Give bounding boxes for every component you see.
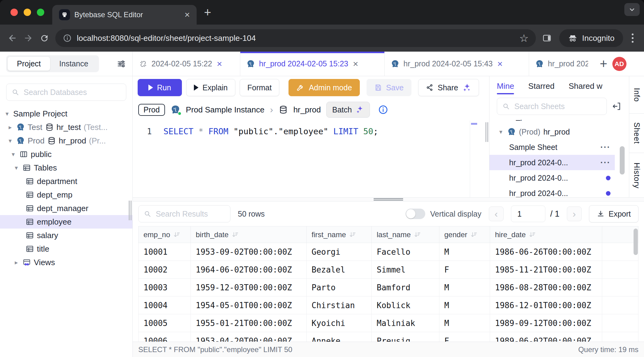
caret-down-icon[interactable]: ▾ bbox=[497, 128, 504, 135]
divider-grip-icon[interactable] bbox=[374, 198, 403, 201]
editor-minimap[interactable] bbox=[470, 120, 478, 197]
table-row[interactable]: 100031959-12-03T00:00:00ZPartoBamfordM19… bbox=[139, 279, 638, 296]
column-header-birth_date[interactable]: birth_date bbox=[191, 226, 307, 243]
results-search-box[interactable] bbox=[138, 205, 230, 222]
cell-hire_date[interactable]: 1989-06-02T00:00:00Z bbox=[490, 332, 602, 342]
cell-first_name[interactable]: Parto bbox=[307, 279, 372, 296]
vertical-display-toggle[interactable] bbox=[406, 209, 425, 219]
address-bar[interactable]: localhost:8080/sql-editor/sheet/project-… bbox=[55, 29, 536, 47]
cell-emp_no[interactable]: 10004 bbox=[139, 296, 191, 314]
tree-item-employee[interactable]: employee bbox=[0, 215, 132, 229]
next-page-button[interactable]: › bbox=[567, 206, 582, 221]
cell-birth_date[interactable]: 1964-06-02T00:00:00Z bbox=[191, 261, 307, 279]
table-row[interactable]: 100041954-05-01T00:00:00ZChirstianKoblic… bbox=[139, 296, 638, 314]
cell-hire_date[interactable]: 1986-12-01T00:00:00Z bbox=[490, 296, 602, 314]
caret-right-icon[interactable]: ▸ bbox=[13, 259, 20, 266]
cell-birth_date[interactable]: 1959-12-03T00:00:00Z bbox=[191, 279, 307, 296]
close-icon[interactable]: × bbox=[497, 59, 503, 69]
cell-gender[interactable]: M bbox=[439, 243, 490, 261]
run-button[interactable]: Run bbox=[138, 79, 182, 96]
cell-emp_no[interactable]: 10003 bbox=[139, 279, 191, 296]
table-row[interactable]: 100011953-09-02T00:00:00ZGeorgiFacelloM1… bbox=[139, 243, 638, 261]
sort-icon[interactable] bbox=[232, 231, 239, 238]
new-browser-tab-button[interactable]: + bbox=[204, 6, 211, 18]
tab-search-chevron-button[interactable] bbox=[624, 3, 640, 16]
sheet-item[interactable]: Sample Sheet··· bbox=[489, 139, 615, 155]
editor-panel-resize-handle[interactable] bbox=[485, 122, 488, 142]
table-row[interactable]: 100021964-06-02T00:00:00ZBezalelSimmelF1… bbox=[139, 261, 638, 279]
search-databases-input[interactable] bbox=[23, 88, 121, 97]
info-circle-icon[interactable] bbox=[378, 104, 388, 115]
side-panel-icon[interactable] bbox=[539, 30, 555, 46]
cell-emp_no[interactable]: 10001 bbox=[139, 243, 191, 261]
table-scrollbar[interactable] bbox=[634, 229, 638, 255]
caret-down-icon[interactable]: ▾ bbox=[7, 137, 14, 144]
caret-down-icon[interactable]: ▾ bbox=[10, 151, 17, 158]
cell-first_name[interactable]: Anneke bbox=[307, 332, 372, 342]
sidebar-resize-handle[interactable] bbox=[129, 201, 132, 220]
tree-item-hr-prod[interactable]: ▾Prodhr_prod(Pr... bbox=[0, 134, 132, 147]
cell-birth_date[interactable]: 1953-09-02T00:00:00Z bbox=[191, 243, 307, 261]
cell-first_name[interactable]: Kyoichi bbox=[307, 314, 372, 332]
cell-first_name[interactable]: Georgi bbox=[307, 243, 372, 261]
cell-last_name[interactable]: Bamford bbox=[372, 279, 439, 296]
cell-gender[interactable]: M bbox=[439, 296, 490, 314]
new-worksheet-button[interactable]: + bbox=[600, 57, 607, 70]
cell-first_name[interactable]: Bezalel bbox=[307, 261, 372, 279]
column-header-emp_no[interactable]: emp_no bbox=[139, 226, 191, 243]
tree-item-salary[interactable]: salary bbox=[0, 229, 132, 242]
cell-last_name[interactable]: Maliniak bbox=[372, 314, 439, 332]
browser-tab[interactable]: Bytebase SQL Editor × bbox=[52, 5, 197, 25]
sheets-tab-shared-w[interactable]: Shared w bbox=[569, 76, 603, 96]
database-search-box[interactable] bbox=[6, 84, 126, 101]
collapse-panel-icon[interactable] bbox=[612, 101, 622, 111]
database-name[interactable]: hr_prod bbox=[293, 105, 321, 115]
sheet-menu-icon[interactable]: ··· bbox=[600, 158, 611, 167]
sheets-tab-starred[interactable]: Starred bbox=[528, 76, 554, 96]
back-icon[interactable] bbox=[4, 30, 20, 46]
cell-last_name[interactable]: Koblick bbox=[372, 296, 439, 314]
tab-instance[interactable]: Instance bbox=[50, 57, 98, 71]
caret-down-icon[interactable]: ▾ bbox=[4, 110, 10, 117]
tree-item-tables[interactable]: ▾Tables bbox=[0, 161, 132, 175]
sort-icon[interactable] bbox=[349, 231, 356, 238]
sheet-item[interactable]: hr_prod 2024-0... bbox=[489, 170, 615, 186]
sheet-list-scrollbar[interactable] bbox=[620, 146, 625, 175]
cell-hire_date[interactable]: 1985-11-21T00:00:00Z bbox=[490, 261, 602, 279]
sheet-item[interactable]: hr_prod 2024-0... bbox=[489, 186, 615, 197]
cell-last_name[interactable]: Simmel bbox=[372, 261, 439, 279]
site-info-icon[interactable] bbox=[63, 33, 72, 43]
table-row[interactable]: 100061953-04-20T00:00:00ZAnnekePreusigF1… bbox=[139, 332, 638, 342]
worksheet-tab[interactable]: hr_prod 2024-0 bbox=[529, 52, 594, 76]
close-icon[interactable]: × bbox=[217, 59, 222, 69]
cell-hire_date[interactable]: 1986-08-28T00:00:00Z bbox=[490, 279, 602, 296]
prev-page-button[interactable]: ‹ bbox=[489, 206, 504, 221]
cell-emp_no[interactable]: 10005 bbox=[139, 314, 191, 332]
caret-down-icon[interactable]: ▾ bbox=[13, 164, 20, 171]
sql-code-area[interactable]: 1 SELECT * FROM "public"."employee" LIMI… bbox=[133, 120, 489, 197]
tree-item-title[interactable]: title bbox=[0, 242, 132, 256]
close-window-button[interactable] bbox=[10, 9, 18, 16]
column-header-gender[interactable]: gender bbox=[439, 226, 490, 243]
format-button[interactable]: Format bbox=[240, 79, 279, 96]
rail-tab-sheet[interactable]: Sheet bbox=[629, 114, 644, 153]
cell-first_name[interactable]: Chirstian bbox=[307, 296, 372, 314]
maximize-window-button[interactable] bbox=[37, 9, 44, 16]
caret-right-icon[interactable]: ▸ bbox=[7, 124, 14, 131]
admin-mode-button[interactable]: Admin mode bbox=[289, 79, 359, 96]
cell-emp_no[interactable]: 10006 bbox=[139, 332, 191, 342]
cell-gender[interactable]: M bbox=[439, 314, 490, 332]
tree-item-dept-manager[interactable]: dept_manager bbox=[0, 202, 132, 215]
sort-icon[interactable] bbox=[173, 231, 181, 238]
cell-gender[interactable]: M bbox=[439, 279, 490, 296]
forward-icon[interactable] bbox=[20, 30, 36, 46]
sort-icon[interactable] bbox=[414, 231, 421, 238]
toggle-knob[interactable] bbox=[406, 209, 415, 218]
cell-emp_no[interactable]: 10002 bbox=[139, 261, 191, 279]
sheet-item[interactable]: hr_prod 2024-0...··· bbox=[489, 155, 615, 170]
table-row[interactable]: 100051955-01-21T00:00:00ZKyoichiMaliniak… bbox=[139, 314, 638, 332]
browser-menu-icon[interactable] bbox=[626, 33, 640, 43]
share-button[interactable]: Share bbox=[418, 79, 479, 96]
tree-item-sample-project[interactable]: ▾Sample Project bbox=[0, 107, 132, 120]
column-header-last_name[interactable]: last_name bbox=[372, 226, 439, 243]
